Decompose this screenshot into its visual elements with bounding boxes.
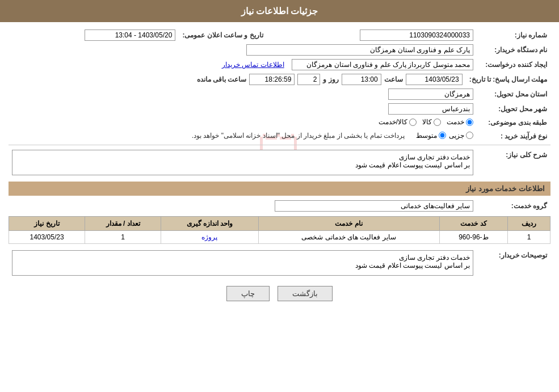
col-date: تاریخ نیاز: [9, 216, 85, 230]
category-radio-khadamat[interactable]: [466, 119, 473, 126]
description-label: شرح کلی نیاز:: [477, 148, 550, 177]
category-label-kala-khadamat: کالا/خدمت: [379, 118, 407, 126]
col-name: نام خدمت: [258, 216, 439, 230]
services-table: ردیف کد خدمت نام خدمت واحد اندازه گیری ت…: [9, 216, 550, 244]
creator-value: محمد متوسل کاربرداز پارک علم و فناوری اس…: [9, 57, 477, 72]
category-radio-group: خدمت کالا کالا/خدمت: [379, 118, 473, 126]
table-header: ردیف کد خدمت نام خدمت واحد اندازه گیری ت…: [9, 216, 550, 230]
remaining-time-display: 18:26:59: [249, 74, 295, 85]
form-row-4: مهلت ارسال پاسخ: تا تاریخ: 1403/05/23 سا…: [9, 72, 550, 87]
need-number-label: شماره نیاز:: [477, 28, 550, 43]
service-group-display: سایر فعالیت‌های خدماتی: [275, 200, 473, 212]
process-label-jozi: جزیی: [449, 132, 464, 140]
process-label: نوع فرآیند خرید :: [477, 129, 550, 142]
form-description: شرح کلی نیاز: خدمات دفتر تجاری سازی بر ا…: [9, 148, 550, 177]
description-value: خدمات دفتر تجاری سازی بر اساس لیست پیوست…: [9, 148, 477, 177]
table-body: 1 ط-96-960 سایر فعالیت های خدماتی شخصی پ…: [9, 230, 550, 243]
form-row-2: نام دستگاه خریدار: پارک علم و فناوری است…: [9, 43, 550, 57]
col-code: کد خدمت: [439, 216, 508, 230]
service-group-value: سایر فعالیت‌های خدماتی: [9, 199, 477, 213]
form-row-1: شماره نیاز: 1103090324000033 تاریخ و ساع…: [9, 28, 550, 43]
buyer-org-value: پارک علم و فناوری استان هرمزگان: [9, 43, 477, 57]
process-note: پرداخت تمام یا بخشی از مبلغ خریدار از مح…: [192, 132, 405, 140]
contact-link[interactable]: اطلاعات تماس خریدار: [222, 61, 284, 69]
response-day-display: 2: [297, 74, 320, 85]
response-time-label: ساعت: [384, 75, 403, 83]
page-header: جزئیات اطلاعات نیاز: [0, 0, 559, 22]
category-label-khadamat: خدمت: [447, 118, 464, 126]
response-deadline-label: مهلت ارسال پاسخ: تا تاریخ:: [466, 72, 550, 87]
process-option-jozi[interactable]: جزیی: [449, 132, 473, 140]
response-time-display: 13:00: [342, 74, 381, 85]
buyer-notes-line1: خدمات دفتر تجاری سازی: [15, 254, 470, 262]
response-row: 1403/05/23 ساعت 13:00 روز و 2 18:26:59 س…: [12, 74, 463, 85]
button-group: بازگشت چاپ: [9, 277, 550, 310]
form-row-8: نوع فرآیند خرید : جزیی متوسط: [9, 129, 550, 142]
cell-name-1: سایر فعالیت های خدماتی شخصی: [258, 230, 439, 243]
process-radio-jozi[interactable]: [466, 132, 473, 139]
city-display: بندرعباس: [388, 103, 473, 115]
category-label-kala: کالا: [422, 118, 432, 126]
process-label-motavaset: متوسط: [416, 132, 437, 140]
category-option-khadamat[interactable]: خدمت: [447, 118, 473, 126]
cell-date-1: 1403/05/23: [9, 230, 85, 243]
process-row: جزیی متوسط پرداخت تمام یا بخشی از مبلغ خ…: [12, 132, 473, 140]
announce-datetime-label: تاریخ و ساعت اعلان عمومی:: [179, 28, 266, 43]
buyer-org-label: نام دستگاه خریدار:: [477, 43, 550, 57]
buyer-notes-value: خدمات دفتر تجاری سازی بر اساس لیست پیوست…: [9, 248, 477, 277]
creator-label: ایجاد کننده درخواست:: [477, 57, 550, 72]
response-day-label: روز و: [323, 75, 338, 83]
description-line1: خدمات دفتر تجاری سازی: [15, 153, 470, 161]
main-content: 🛡 شماره نیاز: 1103090324000033 تاریخ و س…: [0, 22, 559, 315]
city-label: شهر محل تحویل:: [477, 102, 550, 116]
col-unit: واحد اندازه گیری: [161, 216, 259, 230]
divider-1: [9, 145, 550, 145]
form-row-3: ایجاد کننده درخواست: محمد متوسل کاربرداز…: [9, 57, 550, 72]
form-row-5: استان محل تحویل: هرمزگان: [9, 87, 550, 102]
cell-code-1: ط-96-960: [439, 230, 508, 243]
description-line2: بر اساس لیست پیوست اعلام قیمت شود: [15, 161, 470, 169]
category-radio-kala[interactable]: [434, 119, 441, 126]
content-inner: شماره نیاز: 1103090324000033 تاریخ و ساع…: [9, 28, 550, 277]
col-row: ردیف: [508, 216, 550, 230]
need-number-value: 1103090324000033: [267, 28, 477, 43]
response-deadline-values: 1403/05/23 ساعت 13:00 روز و 2 18:26:59 س…: [9, 72, 466, 87]
cell-row-1: 1: [508, 230, 550, 243]
category-options: خدمت کالا کالا/خدمت: [9, 116, 477, 129]
form-service-group: گروه خدمت: سایر فعالیت‌های خدماتی: [9, 199, 550, 213]
page-wrapper: جزئیات اطلاعات نیاز 🛡 شماره نیاز: 110309…: [0, 0, 559, 392]
back-button[interactable]: بازگشت: [278, 286, 333, 301]
form-row-6: شهر محل تحویل: بندرعباس: [9, 102, 550, 116]
buyer-notes-box: خدمات دفتر تجاری سازی بر اساس لیست پیوست…: [12, 250, 473, 276]
creator-display: محمد متوسل کاربرداز پارک علم و فناوری اس…: [292, 59, 473, 70]
province-label: استان محل تحویل:: [477, 87, 550, 102]
col-qty: تعداد / مقدار: [85, 216, 161, 230]
print-button[interactable]: چاپ: [226, 286, 270, 301]
watermark-area: 🛡 شماره نیاز: 1103090324000033 تاریخ و س…: [9, 28, 550, 277]
buyer-notes-label: توصیحات خریدار:: [477, 248, 550, 277]
description-box: خدمات دفتر تجاری سازی بر اساس لیست پیوست…: [12, 150, 473, 175]
buyer-notes-line2: بر اساس لیست پیوست اعلام قیمت شود: [15, 262, 470, 269]
process-radio-motavaset[interactable]: [439, 132, 446, 139]
province-display: هرمزگان: [388, 88, 473, 100]
cell-qty-1: 1: [85, 230, 161, 243]
category-radio-kala-khadamat[interactable]: [409, 119, 417, 126]
response-date-display: 1403/05/23: [406, 74, 463, 85]
province-value: هرمزگان: [41, 87, 477, 102]
announce-datetime-value: 1403/05/20 - 13:04: [9, 28, 179, 43]
category-option-kala[interactable]: کالا: [422, 118, 441, 126]
remaining-label: ساعت باقی مانده: [197, 75, 247, 83]
category-option-kala-khadamat[interactable]: کالا/خدمت: [379, 118, 417, 126]
cell-unit-1: پروژه: [161, 230, 259, 243]
process-option-motavaset[interactable]: متوسط: [416, 132, 446, 140]
announce-datetime-display: 1403/05/20 - 13:04: [85, 29, 175, 41]
services-section-title: اطلاعات خدمات مورد نیاز: [9, 182, 550, 196]
need-number-display: 1103090324000033: [360, 29, 473, 41]
form-row-7: طبقه بندی موضوعی: خدمت کالا: [9, 116, 550, 129]
form-buyer-notes: توصیحات خریدار: خدمات دفتر تجاری سازی بر…: [9, 248, 550, 277]
process-options: جزیی متوسط پرداخت تمام یا بخشی از مبلغ خ…: [9, 129, 477, 142]
category-label: طبقه بندی موضوعی:: [477, 116, 550, 129]
service-group-label: گروه خدمت:: [477, 199, 550, 213]
city-value: بندرعباس: [41, 102, 477, 116]
page-title: جزئیات اطلاعات نیاز: [241, 6, 318, 16]
